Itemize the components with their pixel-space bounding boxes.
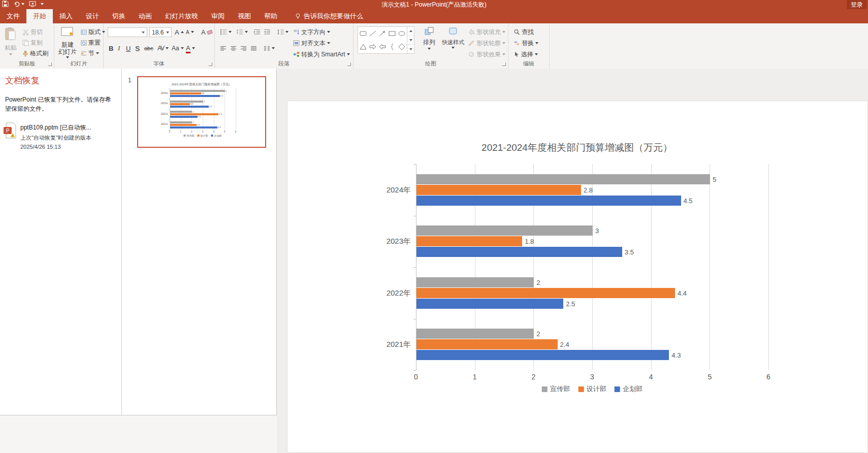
clear-formatting-button[interactable]: A [200, 27, 213, 37]
strikethrough-button[interactable]: abc [143, 44, 154, 53]
increase-font-size-button[interactable]: A [174, 27, 185, 37]
arrange-button[interactable]: 排列 [419, 25, 440, 62]
tab-animations[interactable]: 动画 [132, 9, 158, 23]
underline-button[interactable]: U [125, 44, 132, 53]
reset-button[interactable]: 重置 [80, 38, 102, 47]
recovered-file-item[interactable]: P pptB109.pptm [已自动恢... 上次"自动恢复"时创建的版本 2… [3, 119, 119, 152]
bold-button[interactable]: B [108, 44, 114, 53]
paste-button[interactable]: 粘贴 [1, 25, 20, 62]
shape-rounded-rectangle[interactable] [358, 27, 368, 40]
bullets-button[interactable] [219, 27, 233, 37]
convert-smartart-button[interactable]: 转换为 SmartArt [292, 50, 351, 59]
shapes-scroll-up[interactable] [407, 27, 414, 36]
grow-caret-icon [181, 31, 184, 33]
paragraph-dialog-launcher[interactable] [347, 62, 351, 66]
drawing-dialog-launcher[interactable] [502, 62, 506, 66]
paste-caret-icon [9, 53, 12, 55]
shapes-more-button[interactable] [407, 45, 414, 53]
decrease-indent-button[interactable] [252, 27, 262, 37]
decrease-font-size-button[interactable]: A [185, 27, 195, 37]
line-spacing-button[interactable] [276, 27, 290, 37]
align-right-button[interactable] [239, 44, 248, 53]
replace-button[interactable]: 替换 [512, 39, 539, 48]
shapes-gallery [358, 26, 414, 54]
align-center-button[interactable] [229, 44, 238, 53]
shape-brace[interactable] [387, 40, 397, 53]
shapes-scroll-down[interactable] [407, 36, 414, 45]
tell-me-box[interactable]: 告诉我你想要做什么 [289, 9, 369, 23]
shape-left-arrow[interactable] [377, 40, 387, 53]
align-text-button[interactable]: 对齐文本 [292, 39, 331, 48]
shape-outline-button[interactable]: 形状轮廓 [467, 39, 506, 48]
columns-button[interactable] [263, 44, 276, 53]
budget-bar-chart[interactable]: 2021-2024年度相关部门预算增减图（万元）01234562024年52.8… [287, 101, 867, 452]
text-direction-label: 文字方向 [301, 28, 326, 37]
numbering-button[interactable] [235, 27, 249, 37]
section-label: 节 [88, 49, 94, 58]
text-shadow-button[interactable]: S [134, 44, 141, 53]
bar-企划部 [416, 196, 681, 206]
tab-transitions[interactable]: 切换 [106, 9, 132, 23]
shape-right-arrow[interactable] [368, 40, 377, 53]
italic-button[interactable]: I [117, 44, 121, 53]
legend-swatch [184, 135, 186, 137]
quick-styles-button[interactable]: 快速样式 [441, 25, 465, 62]
shape-rectangle[interactable] [387, 27, 397, 40]
slide-1-thumbnail[interactable]: 2021-2024年度相关部门预算增减图（万元）01234562024年52.8… [137, 76, 266, 148]
chart-legend: 宣传部设计部企划部 [184, 134, 222, 137]
slide-canvas[interactable]: 2021-2024年度相关部门预算增减图（万元）01234562024年52.8… [287, 101, 868, 453]
shape-oval[interactable] [397, 27, 406, 40]
sign-in-button[interactable]: 登录 [847, 0, 867, 9]
pptx-file-icon: P [3, 122, 16, 152]
tab-file[interactable]: 文件 [0, 9, 26, 23]
shape-arrow[interactable] [377, 27, 387, 40]
cut-button[interactable]: 剪切 [21, 27, 44, 37]
bar-设计部 [170, 113, 218, 115]
shape-triangle[interactable] [358, 40, 368, 53]
chart-title: 2021-2024年度相关部门预算增减图（万元） [146, 83, 258, 86]
increase-indent-button[interactable] [263, 27, 272, 37]
font-size-combobox[interactable]: 18.6 [149, 27, 172, 37]
copy-button[interactable]: 复制 [21, 38, 44, 47]
shape-diamond[interactable] [397, 40, 406, 53]
new-slide-label-1: 新建 [61, 42, 74, 49]
shape-effects-button[interactable]: 形状效果 [467, 50, 506, 59]
text-direction-button[interactable]: 文字方向 [292, 27, 331, 37]
align-left-button[interactable] [219, 44, 228, 53]
tab-help[interactable]: 帮助 [258, 9, 284, 23]
font-color-button[interactable]: A [185, 44, 196, 53]
change-case-button[interactable]: Aa [171, 44, 185, 53]
tab-slideshow[interactable]: 幻灯片放映 [158, 9, 205, 23]
new-slide-button[interactable]: 新建 幻灯片 [56, 25, 79, 62]
justify-button[interactable] [249, 44, 258, 53]
shape-fill-caret-icon [502, 31, 505, 33]
character-spacing-button[interactable]: AV [156, 44, 170, 53]
columns-caret-icon [272, 47, 275, 49]
axis-tick [169, 120, 170, 120]
change-case-caret-icon [181, 47, 184, 49]
arrange-label: 排列 [423, 39, 435, 46]
tab-design[interactable]: 设计 [79, 9, 106, 23]
legend-label: 宣传部 [187, 134, 195, 137]
clipboard-dialog-launcher[interactable] [48, 62, 52, 66]
quick-styles-icon [448, 27, 458, 37]
tab-insert[interactable]: 插入 [53, 9, 79, 23]
find-button[interactable]: 查找 [512, 27, 535, 37]
format-painter-button[interactable]: 格式刷 [21, 49, 49, 58]
select-button[interactable]: 选择 [512, 50, 539, 59]
section-button[interactable]: 节 [80, 49, 100, 58]
category-label: 2021年 [375, 340, 411, 348]
gridline [768, 164, 769, 370]
shape-fill-icon [468, 29, 475, 35]
indent-decrease-icon [253, 29, 261, 35]
layout-button[interactable]: 版式 [80, 27, 106, 37]
gridline [236, 88, 236, 130]
font-dialog-launcher[interactable] [209, 62, 212, 66]
char-spacing-caret-icon [166, 47, 169, 49]
shape-fill-button[interactable]: 形状填充 [467, 27, 506, 37]
font-name-combobox[interactable] [108, 27, 147, 37]
tab-view[interactable]: 视图 [231, 9, 258, 23]
tab-review[interactable]: 审阅 [205, 9, 231, 23]
tab-home[interactable]: 开始 [26, 9, 53, 23]
shape-line[interactable] [368, 27, 377, 40]
